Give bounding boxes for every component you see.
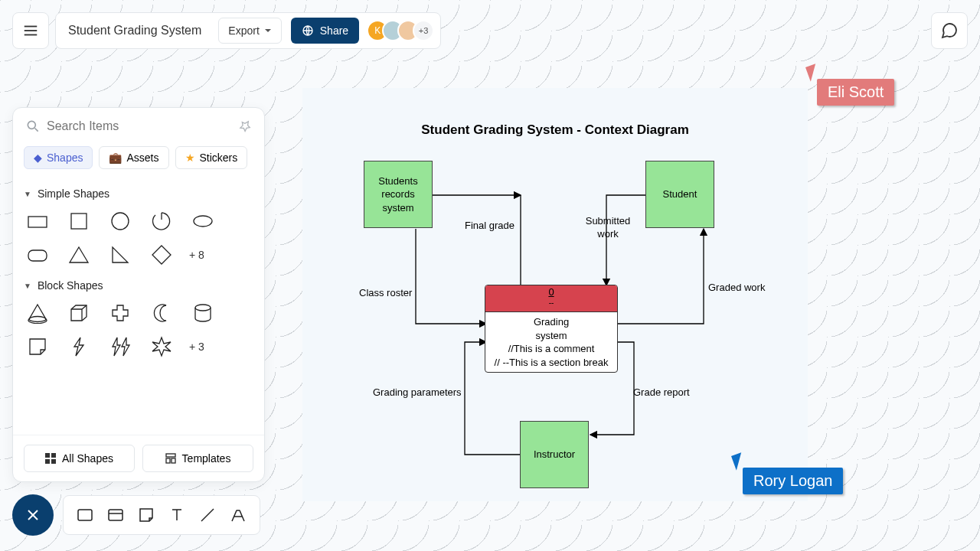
svg-rect-11	[28, 250, 47, 261]
node-instructor[interactable]: Instructor	[520, 421, 589, 488]
grid-icon	[45, 453, 56, 464]
process-body: Grading system //This is a comment // --…	[485, 312, 617, 372]
share-label: Share	[320, 24, 348, 37]
svg-rect-16	[45, 459, 50, 464]
chat-button[interactable]	[931, 12, 968, 49]
chevron-down-icon	[264, 27, 272, 34]
all-shapes-button[interactable]: All Shapes	[24, 445, 135, 472]
shape-burst[interactable]	[148, 333, 175, 360]
node-records[interactable]: Students records system	[364, 161, 433, 228]
svg-line-5	[35, 129, 38, 132]
section-block-shapes[interactable]: ▼Block Shapes	[24, 279, 253, 292]
close-toolbar-button[interactable]	[12, 494, 54, 536]
tool-text[interactable]	[163, 501, 191, 529]
shape-folded-corner[interactable]	[24, 333, 51, 360]
template-icon	[165, 453, 176, 464]
shape-cone[interactable]	[24, 299, 51, 327]
svg-point-8	[112, 213, 129, 230]
shape-cylinder[interactable]	[189, 299, 217, 327]
shape-triangle[interactable]	[65, 241, 93, 269]
svg-rect-7	[71, 214, 87, 229]
title-card: Student Grading System Export Share K +3	[55, 12, 441, 49]
simple-shapes-more[interactable]: + 8	[189, 241, 204, 269]
templates-button[interactable]: Templates	[142, 445, 253, 472]
shape-cube[interactable]	[65, 299, 93, 327]
svg-rect-15	[51, 453, 56, 458]
block-shapes-more[interactable]: + 3	[189, 333, 204, 360]
svg-rect-23	[78, 510, 92, 520]
shape-square[interactable]	[65, 207, 93, 235]
svg-rect-20	[172, 458, 175, 463]
pin-icon[interactable]	[238, 119, 252, 133]
cursor-rory: Rory Logan	[733, 454, 843, 494]
svg-rect-17	[51, 459, 56, 464]
label-submitted-work: Submitted work	[584, 215, 632, 241]
tool-rectangle[interactable]	[71, 501, 99, 529]
svg-line-26	[201, 509, 214, 521]
shape-right-triangle[interactable]	[106, 241, 134, 269]
search-icon	[25, 119, 41, 134]
avatar-more[interactable]: +3	[413, 20, 434, 41]
shape-rounded-rect[interactable]	[24, 241, 51, 269]
tool-note[interactable]	[132, 501, 160, 529]
star-icon: ★	[185, 152, 195, 164]
label-grade-report: Grade report	[633, 386, 690, 399]
shape-bolt[interactable]	[65, 333, 93, 360]
search-input[interactable]	[47, 119, 232, 133]
shape-rectangle[interactable]	[24, 207, 51, 235]
shape-cross[interactable]	[106, 299, 134, 327]
cursor-label: Eli Scott	[817, 79, 894, 106]
svg-point-4	[28, 121, 35, 129]
svg-rect-19	[166, 458, 170, 463]
cursor-label: Rory Logan	[743, 468, 843, 494]
shape-circle[interactable]	[106, 207, 134, 235]
shape-crescent[interactable]	[148, 299, 175, 327]
shapes-panel: ◆Shapes 💼Assets ★Stickers ▼Simple Shapes…	[12, 107, 265, 482]
shape-arc[interactable]	[148, 207, 175, 235]
diagram-canvas[interactable]: Student Grading System - Context Diagram…	[302, 88, 808, 501]
globe-icon	[302, 24, 314, 37]
label-graded-work: Graded work	[708, 282, 765, 295]
svg-rect-24	[109, 510, 122, 520]
collaborator-avatars[interactable]: K +3	[373, 20, 434, 41]
svg-rect-18	[166, 454, 175, 457]
label-final-grade: Final grade	[465, 220, 514, 233]
svg-rect-6	[28, 217, 47, 227]
label-grading-params: Grading parameters	[373, 386, 462, 399]
menu-button[interactable]	[12, 12, 49, 49]
shape-diamond[interactable]	[148, 241, 175, 269]
export-button[interactable]: Export	[218, 18, 281, 44]
tool-line[interactable]	[194, 501, 221, 529]
label-class-roster: Class roster	[359, 287, 412, 300]
node-student[interactable]: Student	[645, 161, 714, 228]
tool-card[interactable]	[102, 501, 129, 529]
shape-ellipse[interactable]	[189, 207, 217, 235]
diamond-icon: ◆	[34, 152, 42, 164]
svg-point-12	[29, 317, 46, 322]
hamburger-icon	[22, 22, 39, 39]
briefcase-icon: 💼	[109, 152, 122, 164]
caret-down-icon: ▼	[24, 282, 31, 290]
svg-rect-14	[45, 453, 50, 458]
svg-point-13	[195, 305, 211, 311]
tab-assets[interactable]: 💼Assets	[99, 146, 168, 169]
node-process[interactable]: 0-- Grading system //This is a comment /…	[485, 285, 618, 373]
shape-double-bolt[interactable]	[106, 333, 134, 360]
svg-point-10	[194, 216, 212, 227]
export-label: Export	[228, 24, 259, 37]
tab-stickers[interactable]: ★Stickers	[175, 146, 248, 169]
bottom-toolbar	[63, 495, 260, 535]
share-button[interactable]: Share	[291, 18, 359, 44]
close-icon	[26, 508, 40, 522]
tool-pen[interactable]	[224, 501, 252, 529]
tab-shapes[interactable]: ◆Shapes	[24, 146, 93, 169]
cursor-eli: Eli Scott	[808, 65, 894, 106]
process-header: 0--	[485, 285, 617, 312]
caret-down-icon: ▼	[24, 190, 31, 198]
chat-icon	[940, 21, 959, 40]
section-simple-shapes[interactable]: ▼Simple Shapes	[24, 187, 253, 200]
document-title[interactable]: Student Grading System	[68, 24, 209, 37]
